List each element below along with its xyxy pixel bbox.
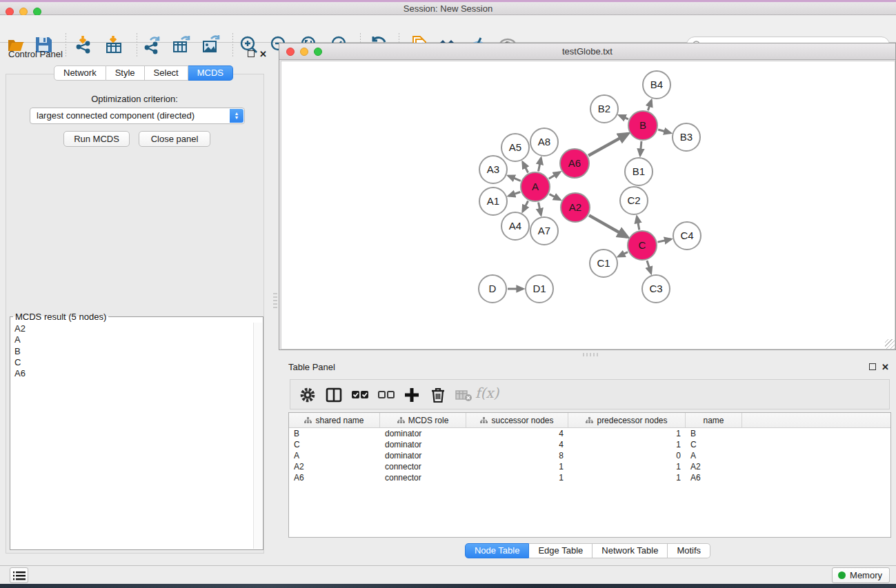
tab-mcds[interactable]: MCDS: [188, 65, 233, 81]
edge-A6-B[interactable]: [588, 134, 628, 156]
horizontal-splitter-handle[interactable]: [583, 353, 598, 356]
network-minimize-button[interactable]: [300, 48, 308, 56]
cell[interactable]: C: [686, 439, 742, 450]
network-close-button[interactable]: [286, 48, 295, 56]
table-row[interactable]: Adominator80A: [289, 450, 890, 461]
cell[interactable]: A2: [686, 461, 742, 472]
table-row[interactable]: A2connector11A2: [289, 461, 890, 472]
vertical-splitter-handle[interactable]: [273, 293, 277, 308]
edge-A-A1[interactable]: [509, 192, 521, 196]
control-panel-float-icon[interactable]: [248, 50, 255, 57]
export-image-icon[interactable]: [201, 35, 221, 54]
column-header-name[interactable]: name: [686, 413, 742, 427]
tab-network[interactable]: Network: [54, 65, 106, 81]
node-label-A5: A5: [509, 141, 521, 153]
delete-column-icon[interactable]: [429, 386, 447, 404]
edge-A-A8[interactable]: [539, 159, 541, 172]
cell[interactable]: 1: [568, 472, 686, 483]
cell[interactable]: A: [289, 450, 380, 461]
table-row[interactable]: A6connector11A6: [289, 472, 890, 483]
network-resize-grip[interactable]: [885, 339, 895, 349]
network-maximize-button[interactable]: [314, 48, 322, 56]
export-network-icon[interactable]: [142, 35, 161, 54]
function-builder-icon[interactable]: f(x): [475, 385, 499, 401]
task-history-button[interactable]: [10, 567, 28, 583]
edge-A-A5[interactable]: [523, 162, 528, 172]
edge-A2-C[interactable]: [589, 215, 627, 236]
import-network-icon[interactable]: [74, 35, 93, 54]
cell[interactable]: C: [289, 439, 380, 450]
cell[interactable]: 1: [568, 439, 686, 450]
edge-A-A3[interactable]: [508, 176, 521, 181]
column-header-predecessor-nodes[interactable]: predecessor nodes: [568, 413, 686, 427]
tab-node-table[interactable]: Node Table: [465, 543, 530, 558]
mcds-result-item[interactable]: A: [14, 334, 252, 345]
edge-C-C4[interactable]: [657, 239, 670, 242]
table-panel-float-icon[interactable]: [869, 363, 876, 370]
tab-edge-table[interactable]: Edge Table: [529, 543, 593, 558]
add-column-icon[interactable]: [403, 386, 421, 404]
criterion-dropdown[interactable]: largest connected component (directed) ▲…: [30, 108, 245, 124]
cell[interactable]: dominator: [380, 439, 466, 450]
cell[interactable]: 1: [568, 461, 686, 472]
tab-motifs[interactable]: Motifs: [668, 543, 710, 558]
delete-table-icon[interactable]: [455, 386, 472, 404]
edge-C-C2[interactable]: [637, 217, 639, 230]
column-view-icon[interactable]: [325, 386, 343, 404]
mcds-result-item[interactable]: A6: [14, 368, 252, 379]
cell[interactable]: A: [686, 450, 742, 461]
cell[interactable]: dominator: [380, 450, 466, 461]
export-table-icon[interactable]: [172, 35, 191, 54]
cell[interactable]: B: [289, 428, 380, 439]
column-header-successor-nodes[interactable]: successor nodes: [466, 413, 568, 427]
cell[interactable]: 8: [466, 450, 568, 461]
memory-button[interactable]: Memory: [832, 567, 890, 583]
mcds-result-item[interactable]: B: [14, 346, 252, 357]
edge-B-B3[interactable]: [658, 130, 670, 133]
cell[interactable]: A6: [289, 472, 380, 483]
edge-A-A7[interactable]: [539, 203, 541, 215]
run-mcds-button[interactable]: Run MCDS: [63, 131, 130, 147]
control-panel-close-icon[interactable]: ✕: [259, 51, 267, 58]
edge-A-A4[interactable]: [523, 201, 528, 211]
edge-C-C3[interactable]: [647, 261, 651, 273]
edge-A-A6[interactable]: [549, 172, 560, 179]
cell[interactable]: 4: [466, 439, 568, 450]
cell[interactable]: A2: [289, 461, 380, 472]
cell[interactable]: dominator: [380, 428, 466, 439]
mcds-result-item[interactable]: A2: [14, 323, 252, 334]
close-panel-button[interactable]: Close panel: [139, 131, 210, 147]
deselect-all-columns-icon[interactable]: [377, 386, 395, 404]
table-row[interactable]: Bdominator41B: [289, 428, 890, 439]
edge-C-C1[interactable]: [619, 252, 628, 256]
tab-select[interactable]: Select: [145, 65, 188, 81]
import-table-icon[interactable]: [104, 35, 123, 54]
select-all-columns-icon[interactable]: [351, 386, 369, 404]
table-panel-close-icon[interactable]: ✕: [882, 364, 889, 371]
cell[interactable]: 1: [466, 461, 568, 472]
edge-B-B2[interactable]: [619, 115, 628, 119]
cell[interactable]: connector: [380, 461, 466, 472]
network-window-titlebar[interactable]: testGlobe.txt: [279, 43, 895, 60]
network-canvas[interactable]: AA1A2A3A4A5A6A7A8BB1B2B3B4CC1C2C3C4DD1: [281, 61, 895, 349]
tab-network-table[interactable]: Network Table: [593, 543, 668, 558]
edge-B-B1[interactable]: [640, 141, 641, 155]
cell[interactable]: 4: [466, 428, 568, 439]
cell[interactable]: 1: [466, 472, 568, 483]
table-settings-icon[interactable]: [299, 386, 317, 404]
cell[interactable]: 0: [568, 450, 686, 461]
cell[interactable]: A6: [686, 472, 742, 483]
edge-B-B4[interactable]: [648, 101, 651, 110]
mcds-result-scrollbar[interactable]: [253, 323, 262, 549]
cell[interactable]: B: [686, 428, 742, 439]
column-header-shared-name[interactable]: shared name: [289, 413, 380, 427]
tab-style[interactable]: Style: [106, 65, 145, 81]
column-header-MCDS-role[interactable]: MCDS role: [380, 413, 466, 427]
table-row[interactable]: Cdominator41C: [289, 439, 890, 450]
mcds-result-list[interactable]: A2ABCA6: [12, 322, 252, 548]
cell[interactable]: connector: [380, 472, 466, 483]
edge-A-A2[interactable]: [549, 194, 559, 200]
mcds-result-item[interactable]: C: [14, 357, 252, 368]
toolbar-separator: [232, 33, 233, 57]
cell[interactable]: 1: [568, 428, 686, 439]
